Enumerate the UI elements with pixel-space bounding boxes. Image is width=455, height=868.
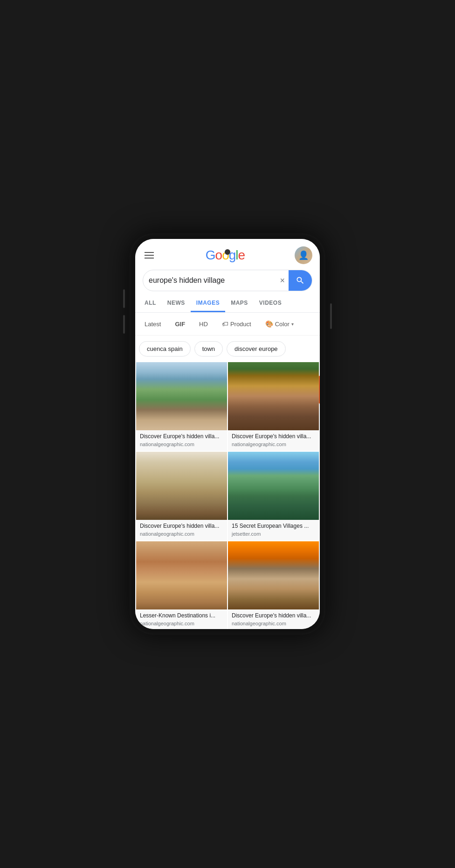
image-source-3: nationalgeographic.com (140, 531, 223, 537)
image-source-5: nationalgeographic.com (140, 621, 223, 626)
image-thumbnail-5 (136, 541, 227, 609)
image-title-6: Discover Europe's hidden villa... (232, 612, 315, 620)
image-title-1: Discover Europe's hidden villa... (140, 433, 223, 441)
tab-all[interactable]: ALL (139, 295, 162, 312)
menu-button[interactable] (143, 250, 156, 260)
search-button[interactable] (289, 270, 312, 291)
logo-e: e (238, 248, 245, 262)
image-info-2: Discover Europe's hidden villa... nation… (228, 430, 319, 451)
filter-color-label: Color (275, 321, 290, 328)
image-card-3[interactable]: Discover Europe's hidden villa... nation… (136, 452, 227, 540)
image-title-4: 15 Secret European Villages ... (232, 523, 315, 530)
image-info-6: Discover Europe's hidden villa... nation… (228, 609, 319, 629)
image-title-2: Discover Europe's hidden villa... (232, 433, 315, 441)
image-title-3: Discover Europe's hidden villa... (140, 523, 223, 530)
palette-icon: 🎨 (265, 320, 273, 328)
search-icon (296, 276, 305, 285)
image-thumbnail-1 (136, 362, 227, 430)
chip-cuenca-label: cuenca spain (147, 345, 183, 352)
tab-news[interactable]: NEWS (162, 295, 191, 312)
image-card-4[interactable]: 15 Secret European Villages ... jetsette… (228, 452, 319, 540)
image-grid: Discover Europe's hidden villa... nation… (135, 362, 320, 629)
filter-hd-label: HD (199, 321, 208, 328)
image-info-1: Discover Europe's hidden villa... nation… (136, 430, 227, 451)
image-thumbnail-3 (136, 452, 227, 520)
filter-product[interactable]: 🏷 Product (216, 317, 257, 330)
image-thumbnail-4 (228, 452, 319, 520)
image-source-2: nationalgeographic.com (232, 441, 315, 447)
filter-product-label: Product (230, 321, 251, 328)
phone-screen[interactable]: Google 👤 × (135, 239, 320, 629)
clear-button[interactable]: × (276, 276, 289, 286)
filter-latest[interactable]: Latest (139, 318, 166, 330)
tab-images[interactable]: IMAGES (191, 295, 225, 312)
filter-gif-label: GIF (175, 321, 185, 328)
image-title-5: Lesser-Known Destinations i... (140, 612, 223, 620)
search-tabs: ALL NEWS IMAGES MAPS VIDEOS (135, 295, 320, 313)
avatar[interactable]: 👤 (295, 246, 312, 264)
image-thumbnail-6 (228, 541, 319, 609)
search-input[interactable] (143, 276, 276, 285)
filter-bar: Latest GIF HD 🏷 Product 🎨 Color ▾ (135, 313, 320, 336)
logo-o1: o (215, 248, 222, 262)
image-card-1[interactable]: Discover Europe's hidden villa... nation… (136, 362, 227, 451)
chip-discover-label: discover europe (234, 345, 278, 352)
chip-cuenca[interactable]: cuenca spain (139, 341, 191, 357)
camera (225, 249, 230, 255)
image-card-6[interactable]: Discover Europe's hidden villa... nation… (228, 541, 319, 629)
search-bar: × (143, 270, 312, 291)
image-source-4: jetsetter.com (232, 531, 315, 537)
chip-town-label: town (202, 345, 215, 352)
filter-color[interactable]: 🎨 Color ▾ (260, 317, 299, 330)
chip-town[interactable]: town (194, 341, 223, 357)
image-info-3: Discover Europe's hidden villa... nation… (136, 520, 227, 540)
chevron-down-icon: ▾ (291, 322, 294, 327)
filter-hd[interactable]: HD (193, 318, 214, 330)
phone-device: Google 👤 × (130, 233, 325, 635)
power-button (330, 303, 332, 329)
suggest-chips: cuenca spain town discover europe (135, 336, 320, 362)
image-source-6: nationalgeographic.com (232, 621, 315, 626)
logo-g1: G (206, 248, 215, 262)
scroll-indicator (319, 376, 320, 404)
tab-maps[interactable]: MAPS (225, 295, 254, 312)
avatar-image: 👤 (295, 246, 312, 264)
image-card-5[interactable]: Lesser-Known Destinations i... nationalg… (136, 541, 227, 629)
volume-down-button (123, 315, 125, 334)
image-info-4: 15 Secret European Villages ... jetsette… (228, 520, 319, 540)
volume-up-button (123, 289, 125, 308)
filter-gif[interactable]: GIF (169, 318, 191, 330)
tag-icon: 🏷 (222, 320, 228, 328)
chip-discover[interactable]: discover europe (227, 341, 286, 357)
image-source-1: nationalgeographic.com (140, 441, 223, 447)
image-card-2[interactable]: Discover Europe's hidden villa... nation… (228, 362, 319, 451)
search-bar-container: × (135, 268, 320, 295)
tab-videos[interactable]: VIDEOS (254, 295, 287, 312)
image-info-5: Lesser-Known Destinations i... nationalg… (136, 609, 227, 629)
filter-latest-label: Latest (145, 321, 161, 328)
image-thumbnail-2 (228, 362, 319, 430)
